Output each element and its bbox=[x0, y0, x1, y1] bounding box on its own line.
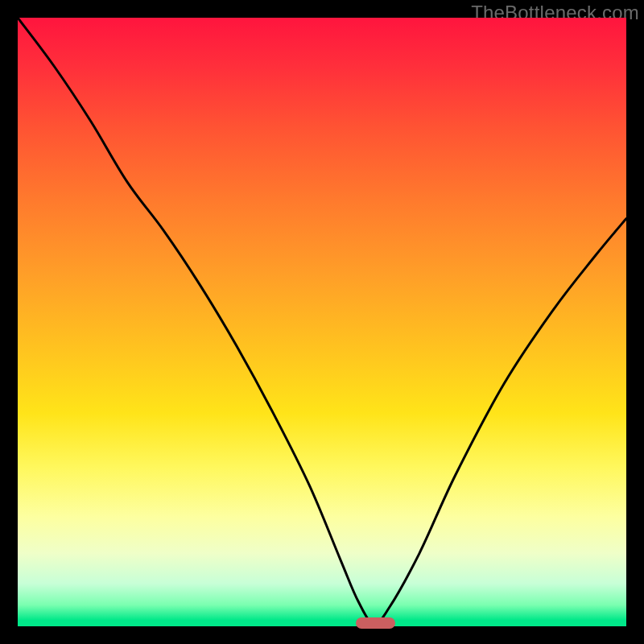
bottleneck-curve bbox=[18, 18, 626, 626]
optimal-range-marker bbox=[356, 617, 395, 629]
plot-frame bbox=[18, 18, 626, 626]
